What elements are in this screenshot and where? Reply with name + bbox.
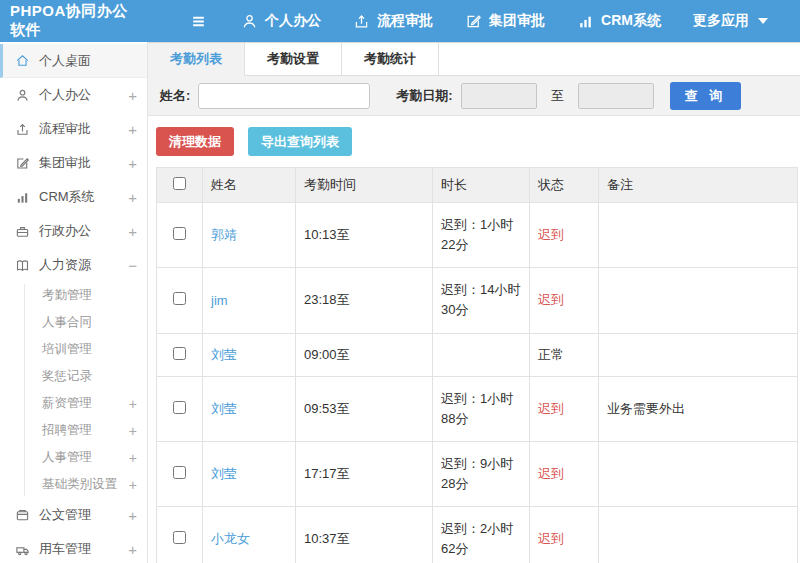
- home-icon: [15, 53, 30, 68]
- col-header-status: 状态: [530, 168, 599, 203]
- table-row: 刘莹 09:53至 迟到：1小时88分 迟到 业务需要外出: [157, 376, 798, 441]
- select-all-checkbox[interactable]: [173, 177, 186, 190]
- col-header-time: 考勤时间: [296, 168, 433, 203]
- employee-name-link[interactable]: jim: [211, 293, 228, 308]
- attendance-time: 10:13至: [296, 203, 433, 268]
- name-label: 姓名:: [160, 87, 190, 105]
- note-text: [599, 268, 798, 333]
- sidebar-toggle-button[interactable]: [190, 13, 207, 30]
- row-checkbox[interactable]: [173, 227, 186, 240]
- row-checkbox[interactable]: [173, 292, 186, 305]
- table-row: 刘莹 09:00至 正常: [157, 333, 798, 376]
- topnav-item[interactable]: 个人办公: [241, 12, 321, 30]
- row-checkbox[interactable]: [173, 466, 186, 479]
- duration-text: 迟到：1小时22分: [433, 203, 530, 268]
- attendance-time: 10:37至: [296, 507, 433, 563]
- sidebar-item-人力资源[interactable]: 人力资源 −: [0, 248, 147, 282]
- duration-text: 迟到：9小时28分: [433, 441, 530, 506]
- user-icon: [241, 13, 258, 30]
- sidebar-item-流程审批[interactable]: 流程审批 +: [0, 112, 147, 146]
- sidebar-item-公文管理[interactable]: 公文管理 +: [0, 498, 147, 532]
- expand-toggle-icon[interactable]: +: [128, 223, 137, 240]
- row-checkbox[interactable]: [173, 347, 186, 360]
- search-filter-bar: 姓名: 考勤日期: 至 查 询: [148, 76, 800, 116]
- col-header-note: 备注: [599, 168, 798, 203]
- expand-toggle-icon[interactable]: −: [128, 257, 137, 274]
- expand-toggle-icon[interactable]: +: [128, 87, 137, 104]
- sidebar-subitem-薪资管理[interactable]: 薪资管理 +: [0, 390, 147, 417]
- expand-toggle-icon[interactable]: +: [129, 423, 137, 439]
- sidebar-subitem-培训管理[interactable]: 培训管理: [0, 336, 147, 363]
- action-buttons-row: 清理数据 导出查询列表: [156, 127, 798, 156]
- date-to-input[interactable]: [578, 83, 654, 109]
- status-badge: 迟到: [530, 203, 599, 268]
- employee-name-link[interactable]: 郭靖: [211, 227, 237, 242]
- sidebar-subitem-招聘管理[interactable]: 招聘管理 +: [0, 417, 147, 444]
- sidebar-submenu: 考勤管理 人事合同 培训管理 奖惩记录 薪资管理 + 招聘管理 + 人事管理 +…: [0, 282, 147, 498]
- sidebar-subitem-人事管理[interactable]: 人事管理 +: [0, 444, 147, 471]
- employee-name-link[interactable]: 刘莹: [211, 347, 237, 362]
- clean-data-button[interactable]: 清理数据: [156, 127, 234, 156]
- status-badge: 迟到: [530, 268, 599, 333]
- sidebar-subitem-人事合同[interactable]: 人事合同: [0, 309, 147, 336]
- tab-考勤列表[interactable]: 考勤列表: [148, 43, 245, 76]
- app-logo: PHPOA协同办公软件: [0, 2, 138, 40]
- user-icon: [15, 88, 30, 103]
- car-icon: [15, 542, 30, 557]
- topnav-item[interactable]: 更多应用: [693, 12, 768, 30]
- note-text: [599, 441, 798, 506]
- duration-text: 迟到：1小时88分: [433, 376, 530, 441]
- expand-toggle-icon[interactable]: +: [128, 155, 137, 172]
- table-row: 郭靖 10:13至 迟到：1小时22分 迟到: [157, 203, 798, 268]
- row-checkbox[interactable]: [173, 531, 186, 544]
- expand-toggle-icon[interactable]: +: [129, 477, 137, 493]
- duration-text: [433, 333, 530, 376]
- process-icon: [15, 122, 30, 137]
- attendance-time: 23:18至: [296, 268, 433, 333]
- attendance-time: 09:00至: [296, 333, 433, 376]
- employee-name-link[interactable]: 小龙女: [211, 531, 250, 546]
- sidebar-item-行政办公[interactable]: 行政办公 +: [0, 214, 147, 248]
- sidebar-subitem-基础类别设置[interactable]: 基础类别设置 +: [0, 471, 147, 498]
- top-header: PHPOA协同办公软件 个人办公 流程审批 集团审批 CRM系统 更多应用: [0, 0, 800, 42]
- sidebar-item-CRM系统[interactable]: CRM系统 +: [0, 180, 147, 214]
- sidebar-item-用车管理[interactable]: 用车管理 +: [0, 532, 147, 563]
- topnav-item[interactable]: 集团审批: [465, 12, 545, 30]
- sidebar-item-个人桌面[interactable]: 个人桌面: [0, 44, 147, 78]
- sidebar-item-集团审批[interactable]: 集团审批 +: [0, 146, 147, 180]
- tab-bar: 考勤列表 考勤设置 考勤统计: [148, 43, 800, 76]
- status-badge: 迟到: [530, 376, 599, 441]
- export-list-button[interactable]: 导出查询列表: [248, 127, 352, 156]
- col-header-duration: 时长: [433, 168, 530, 203]
- date-from-input[interactable]: [461, 83, 537, 109]
- employee-name-link[interactable]: 刘莹: [211, 401, 237, 416]
- expand-toggle-icon[interactable]: +: [129, 396, 137, 412]
- status-badge: 正常: [530, 333, 599, 376]
- topnav-item[interactable]: 流程审批: [353, 12, 433, 30]
- duration-text: 迟到：14小时30分: [433, 268, 530, 333]
- employee-name-link[interactable]: 刘莹: [211, 466, 237, 481]
- tab-考勤设置[interactable]: 考勤设置: [245, 43, 342, 75]
- query-button[interactable]: 查 询: [670, 82, 742, 110]
- sidebar-subitem-考勤管理[interactable]: 考勤管理: [0, 282, 147, 309]
- topnav-item[interactable]: CRM系统: [577, 12, 661, 30]
- content-area: 清理数据 导出查询列表 姓名 考勤时间 时长 状态: [148, 116, 800, 563]
- process-icon: [353, 13, 370, 30]
- expand-toggle-icon[interactable]: +: [128, 507, 137, 524]
- row-checkbox[interactable]: [173, 401, 186, 414]
- chart-icon: [577, 13, 594, 30]
- doc-icon: [15, 508, 30, 523]
- edit-icon: [465, 13, 482, 30]
- expand-toggle-icon[interactable]: +: [128, 541, 137, 558]
- expand-toggle-icon[interactable]: +: [129, 450, 137, 466]
- col-header-name: 姓名: [203, 168, 296, 203]
- name-input[interactable]: [198, 83, 370, 109]
- sidebar-item-个人办公[interactable]: 个人办公 +: [0, 78, 147, 112]
- expand-toggle-icon[interactable]: +: [128, 121, 137, 138]
- expand-toggle-icon[interactable]: +: [128, 189, 137, 206]
- table-row: 小龙女 10:37至 迟到：2小时62分 迟到: [157, 507, 798, 563]
- sidebar-subitem-奖惩记录[interactable]: 奖惩记录: [0, 363, 147, 390]
- briefcase-icon: [15, 224, 30, 239]
- duration-text: 迟到：2小时62分: [433, 507, 530, 563]
- tab-考勤统计[interactable]: 考勤统计: [342, 43, 439, 75]
